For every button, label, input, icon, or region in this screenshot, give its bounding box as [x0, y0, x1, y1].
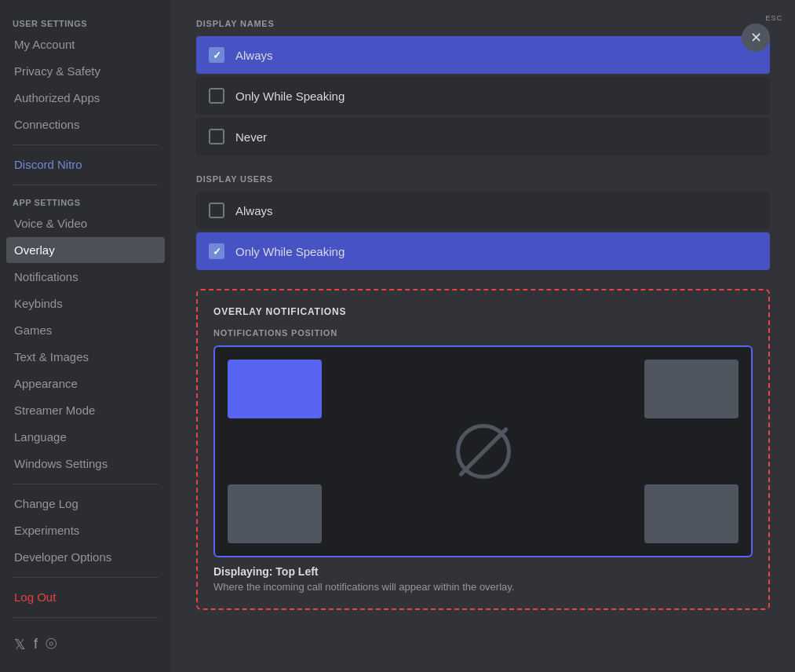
divider-4	[13, 577, 159, 578]
user-settings-label: USER SETTINGS	[6, 13, 165, 31]
checkbox-never	[209, 129, 224, 144]
sidebar-item-change-log[interactable]: Change Log	[6, 491, 165, 517]
sidebar-item-games[interactable]: Games	[6, 317, 165, 343]
display-users-section: DISPLAY USERS Always Only While Speaking	[196, 174, 770, 270]
notifications-position-label: NOTIFICATIONS POSITION	[213, 328, 753, 338]
app-settings-label: APP SETTINGS	[6, 192, 165, 210]
option-always-label: Always	[235, 49, 273, 62]
position-bottom-left[interactable]	[228, 484, 322, 543]
checkbox-always	[209, 47, 224, 63]
main-content: ✕ ESC DISPLAY NAMES Always Only While Sp…	[171, 0, 795, 672]
sidebar-item-label: Games	[14, 323, 52, 337]
position-description: Displaying: Top Left Where the incoming …	[213, 565, 753, 593]
checkbox-users-always	[209, 203, 224, 218]
sidebar-item-developer-options[interactable]: Developer Options	[6, 544, 165, 570]
no-selection-icon	[456, 424, 511, 479]
position-display-text: Displaying: Top Left	[213, 565, 753, 578]
sidebar-item-label: Developer Options	[14, 550, 111, 564]
display-names-never[interactable]: Never	[196, 118, 770, 155]
sidebar-item-notifications[interactable]: Notifications	[6, 264, 165, 290]
display-users-only-while-speaking[interactable]: Only While Speaking	[196, 232, 770, 270]
position-description-text: Where the incoming call notifications wi…	[213, 581, 753, 593]
display-names-label: DISPLAY NAMES	[196, 19, 770, 28]
sidebar-item-streamer-mode[interactable]: Streamer Mode	[6, 397, 165, 423]
social-links: 𝕏 f ⦾	[6, 630, 165, 659]
twitter-icon[interactable]: 𝕏	[14, 636, 26, 653]
overlay-notifications-section: OVERLAY NOTIFICATIONS NOTIFICATIONS POSI…	[196, 289, 770, 610]
sidebar-item-label: Authorized Apps	[14, 91, 100, 104]
display-users-always[interactable]: Always	[196, 192, 770, 229]
sidebar-item-authorized-apps[interactable]: Authorized Apps	[6, 85, 165, 111]
sidebar-item-overlay[interactable]: Overlay	[6, 237, 165, 263]
option-speaking-label: Only While Speaking	[235, 89, 345, 103]
sidebar-item-keybinds[interactable]: Keybinds	[6, 290, 165, 316]
sidebar-item-label: Streamer Mode	[14, 404, 95, 417]
position-grid[interactable]	[213, 345, 753, 557]
sidebar-item-text-images[interactable]: Text & Images	[6, 344, 165, 370]
divider-3	[13, 484, 159, 484]
instagram-icon[interactable]: ⦾	[46, 636, 57, 653]
sidebar-item-label: Appearance	[14, 377, 78, 390]
sidebar-item-label: Discord Nitro	[14, 158, 82, 171]
sidebar-item-label: Overlay	[14, 243, 55, 257]
sidebar-item-label: Connections	[14, 118, 79, 131]
sidebar-item-voice-video[interactable]: Voice & Video	[6, 210, 165, 236]
sidebar-item-privacy-safety[interactable]: Privacy & Safety	[6, 58, 165, 84]
esc-label: ESC	[765, 14, 782, 22]
position-top-row	[224, 356, 742, 422]
close-icon: ✕	[750, 29, 762, 46]
sidebar-item-label: My Account	[14, 38, 75, 51]
sidebar-item-discord-nitro[interactable]: Discord Nitro	[6, 152, 165, 177]
option-never-label: Never	[235, 130, 267, 144]
display-names-only-while-speaking[interactable]: Only While Speaking	[196, 77, 770, 115]
sidebar-item-my-account[interactable]: My Account	[6, 31, 165, 57]
sidebar-item-windows-settings[interactable]: Windows Settings	[6, 451, 165, 477]
position-bottom-right[interactable]	[644, 484, 738, 543]
sidebar-item-label: Windows Settings	[14, 457, 108, 470]
divider-1	[13, 144, 159, 145]
sidebar-item-label: Voice & Video	[14, 217, 87, 230]
sidebar-item-connections[interactable]: Connections	[6, 111, 165, 137]
sidebar-item-label: Privacy & Safety	[14, 64, 100, 78]
sidebar-item-label: Language	[14, 430, 67, 444]
position-top-right[interactable]	[644, 360, 738, 418]
logout-label: Log Out	[14, 590, 56, 604]
divider-2	[13, 184, 159, 185]
facebook-icon[interactable]: f	[34, 636, 38, 653]
sidebar-item-label: Keybinds	[14, 297, 63, 310]
sidebar-item-experiments[interactable]: Experiments	[6, 517, 165, 543]
checkbox-only-speaking	[209, 88, 224, 104]
position-top-left[interactable]	[228, 360, 322, 418]
checkbox-users-speaking	[209, 243, 224, 259]
close-button[interactable]: ✕	[742, 24, 770, 52]
sidebar: USER SETTINGS My Account Privacy & Safet…	[0, 0, 171, 672]
display-names-section: DISPLAY NAMES Always Only While Speaking…	[196, 19, 770, 155]
sidebar-item-label: Notifications	[14, 270, 78, 283]
divider-5	[13, 617, 159, 618]
sidebar-item-logout[interactable]: Log Out	[6, 584, 165, 610]
sidebar-item-appearance[interactable]: Appearance	[6, 371, 165, 396]
sidebar-item-label: Experiments	[14, 524, 79, 537]
display-names-always[interactable]: Always	[196, 36, 770, 74]
overlay-notifications-title: OVERLAY NOTIFICATIONS	[213, 306, 753, 317]
option-users-always-label: Always	[235, 204, 273, 217]
option-users-speaking-label: Only While Speaking	[235, 245, 345, 258]
display-users-label: DISPLAY USERS	[196, 174, 770, 184]
sidebar-item-label: Text & Images	[14, 350, 89, 363]
close-area: ✕ ESC	[765, 11, 782, 22]
sidebar-item-language[interactable]: Language	[6, 424, 165, 450]
sidebar-item-label: Change Log	[14, 497, 78, 510]
position-center	[456, 424, 511, 479]
position-bottom-row	[224, 481, 742, 546]
